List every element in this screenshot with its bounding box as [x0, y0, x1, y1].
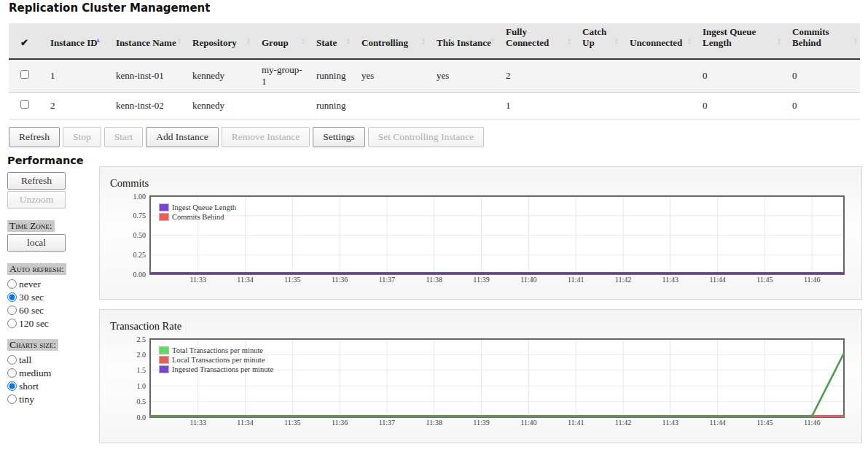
chart-refresh-button[interactable]: Refresh: [7, 172, 66, 190]
svg-text:0.75: 0.75: [133, 211, 146, 219]
radio-label: 30 sec: [19, 291, 44, 303]
sort-icon: ▲▼: [246, 38, 251, 45]
legend-item: Total Transactions per minute: [159, 346, 273, 354]
auto-refresh-label: Auto refresh:: [7, 263, 66, 275]
timezone-label: Time Zone:: [7, 220, 55, 232]
charts-size-radio[interactable]: [7, 381, 17, 391]
radio-label: 60 sec: [19, 304, 44, 316]
sort-icon: ▲▼: [777, 38, 781, 45]
col-header-instance-name[interactable]: Instance Name▲▼: [107, 23, 184, 59]
charts-size-radio[interactable]: [7, 368, 17, 378]
auto-refresh-option[interactable]: 60 sec: [7, 304, 96, 316]
legend-swatch-icon: [159, 203, 169, 211]
set-controlling-instance-button: Set Controlling Instance: [368, 127, 484, 147]
sort-ascending-icon: ▲: [95, 36, 101, 44]
col-header-unconnected[interactable]: Unconnected▲▼: [621, 23, 694, 59]
svg-text:1.0: 1.0: [137, 382, 146, 390]
legend-swatch-icon: [159, 365, 169, 373]
remove-instance-button: Remove Instance: [222, 127, 310, 147]
col-header-ingest-queue-length[interactable]: Ingest Queue Length▲▼: [694, 23, 783, 59]
auto-refresh-radio[interactable]: [7, 292, 17, 302]
col-header-controlling[interactable]: Controlling▲▼: [353, 23, 428, 59]
auto-refresh-option[interactable]: 120 sec: [7, 317, 96, 330]
column-label: This Instance: [437, 37, 491, 48]
column-label: Instance Name: [116, 37, 176, 48]
sort-icon: ▲▼: [614, 38, 619, 45]
select-all-header[interactable]: ✔: [9, 23, 42, 59]
auto-refresh-radio[interactable]: [7, 306, 17, 315]
svg-text:1.00: 1.00: [133, 192, 146, 201]
col-header-catch-up[interactable]: Catch Up▲▼: [574, 23, 621, 59]
svg-text:2.0: 2.0: [137, 351, 146, 359]
auto-refresh-radio[interactable]: [7, 319, 17, 328]
column-label: Instance ID: [50, 37, 98, 48]
table-cell: 2: [497, 59, 574, 93]
table-cell: kennedy: [184, 93, 253, 120]
col-header-this-instance[interactable]: This Instance▲▼: [428, 23, 497, 59]
table-cell: 0: [694, 59, 783, 93]
instance-row-1: 1 kenn-inst-01 kennedy my-group-1 runnin…: [9, 59, 860, 93]
auto-refresh-option[interactable]: never: [7, 278, 96, 290]
column-label: Controlling: [361, 37, 408, 48]
svg-text:11:44: 11:44: [709, 276, 725, 284]
timezone-button[interactable]: local: [7, 234, 66, 252]
column-label: Catch Up: [582, 26, 606, 48]
start-button: Start: [104, 127, 144, 147]
charts-size-radio[interactable]: [7, 394, 17, 404]
instance-row-2: 2 kenn-inst-02 kennedy running 1 0 0: [9, 93, 860, 120]
table-cell: 2: [42, 93, 107, 120]
col-header-state[interactable]: State▲▼: [308, 23, 353, 59]
settings-button[interactable]: Settings: [313, 127, 365, 147]
table-cell: 0: [783, 59, 860, 93]
table-cell: 0: [783, 93, 860, 120]
svg-text:11:38: 11:38: [426, 276, 442, 284]
column-label: Unconnected: [630, 37, 682, 48]
table-cell: [9, 93, 42, 120]
svg-text:11:41: 11:41: [568, 419, 584, 427]
add-instance-button[interactable]: Add Instance: [146, 127, 219, 147]
col-header-fully-connected[interactable]: Fully Connected▲▼: [497, 23, 574, 59]
col-header-instance-id[interactable]: Instance ID▲: [42, 23, 107, 59]
auto-refresh-option[interactable]: 30 sec: [7, 291, 96, 303]
legend-label: Local Transactions per minute: [172, 356, 265, 364]
radio-label: never: [19, 278, 41, 290]
svg-text:11:33: 11:33: [189, 419, 206, 427]
table-cell: yes: [428, 59, 497, 93]
auto-refresh-radio[interactable]: [7, 279, 17, 289]
svg-text:11:34: 11:34: [237, 276, 253, 284]
sort-icon: ▲▼: [567, 38, 571, 45]
radio-label: medium: [19, 367, 51, 379]
col-header-repository[interactable]: Repository▲▼: [184, 23, 253, 59]
auto-refresh-group: never 30 sec 60 sec 120 sec: [7, 278, 96, 330]
svg-text:11:37: 11:37: [379, 276, 395, 284]
charts-size-radio[interactable]: [7, 355, 17, 365]
table-cell: 1: [497, 93, 574, 120]
sort-icon: ▲▼: [421, 38, 426, 45]
legend-item: Commits Behind: [159, 213, 236, 221]
row-checkbox[interactable]: [20, 100, 29, 109]
refresh-button[interactable]: Refresh: [9, 127, 60, 147]
radio-label: tiny: [19, 393, 34, 405]
svg-text:11:42: 11:42: [615, 276, 631, 284]
row-checkbox[interactable]: [20, 70, 29, 79]
svg-text:11:45: 11:45: [756, 419, 773, 427]
charts-size-option[interactable]: tiny: [7, 393, 96, 405]
svg-text:11:37: 11:37: [379, 419, 395, 427]
col-header-commits-behind[interactable]: Commits Behind▲▼: [783, 23, 860, 59]
page-title: Replication Cluster Management: [9, 1, 210, 15]
svg-text:11:36: 11:36: [332, 419, 348, 427]
chart-legend: Total Transactions per minuteLocal Trans…: [159, 346, 273, 375]
sort-icon: ▲▼: [301, 38, 305, 45]
charts-size-group: tall medium short tiny: [7, 354, 96, 405]
legend-label: Ingest Queue Length: [172, 203, 236, 211]
charts-size-option[interactable]: medium: [7, 367, 96, 379]
col-header-group[interactable]: Group▲▼: [253, 23, 308, 59]
commits-chart-panel: Commits 1.000.750.500.250.0011:3311:3411…: [99, 166, 862, 300]
svg-text:11:39: 11:39: [473, 419, 489, 427]
svg-text:11:46: 11:46: [804, 419, 820, 427]
charts-size-option[interactable]: short: [7, 380, 96, 392]
table-cell: 1: [42, 59, 107, 93]
table-cell: [621, 59, 694, 93]
charts-size-option[interactable]: tall: [7, 354, 96, 366]
sort-icon: ▲▼: [177, 38, 181, 45]
